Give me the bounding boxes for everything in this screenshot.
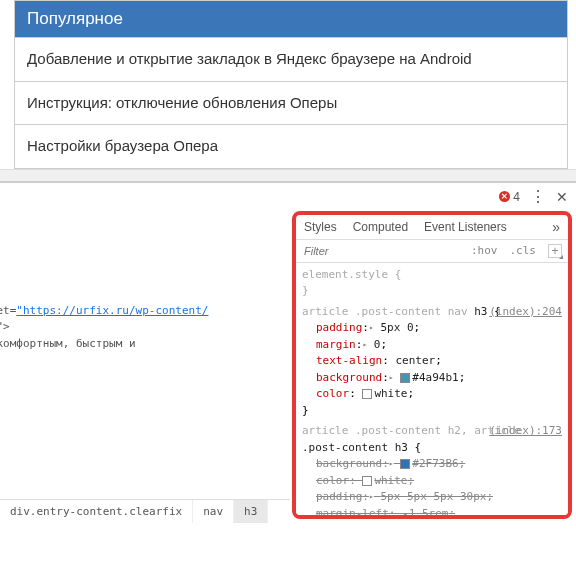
- html-attr: srcset=: [0, 304, 16, 317]
- tab-styles[interactable]: Styles: [304, 220, 337, 234]
- srcset-link[interactable]: "https://urfix.ru/wp-content/: [16, 304, 208, 317]
- html-text: ера комфортным, быстрым и: [0, 337, 136, 350]
- source-link[interactable]: (index):204: [489, 304, 562, 321]
- color-swatch[interactable]: [362, 389, 372, 399]
- error-count[interactable]: ✕ 4: [499, 190, 520, 204]
- cls-toggle[interactable]: .cls: [504, 240, 543, 261]
- hov-toggle[interactable]: :hov: [465, 240, 504, 261]
- css-rule: (index):204 article .post-content nav h3…: [302, 304, 562, 420]
- popular-widget: Популярное Добавление и открытие закладо…: [14, 0, 568, 169]
- css-rule: element.style { }: [302, 267, 562, 300]
- new-rule-button[interactable]: +: [548, 244, 562, 258]
- list-item[interactable]: Настройки браузера Опера: [15, 124, 567, 168]
- color-swatch[interactable]: [400, 459, 410, 469]
- styles-panel-highlight: Styles Computed Event Listeners » :hov .…: [292, 211, 572, 519]
- css-rule: (index):173 article .post-content h2, ar…: [302, 423, 562, 515]
- filter-input[interactable]: [296, 240, 465, 262]
- styles-tabs: Styles Computed Event Listeners »: [296, 215, 568, 240]
- breadcrumb: div.entry-content.clearfix nav h3: [0, 499, 290, 523]
- html-text: 13px">: [0, 320, 10, 333]
- breadcrumb-item[interactable]: div.entry-content.clearfix: [0, 500, 193, 523]
- close-icon[interactable]: ✕: [556, 189, 568, 205]
- devtools-toolbar: ✕ 4 ⋮ ✕: [290, 183, 576, 211]
- more-tabs-icon[interactable]: »: [552, 219, 560, 235]
- color-swatch[interactable]: [362, 476, 372, 486]
- color-swatch[interactable]: [400, 373, 410, 383]
- styles-rules[interactable]: element.style { } (index):204 article .p…: [296, 263, 568, 515]
- menu-icon[interactable]: ⋮: [530, 187, 546, 206]
- page-background: [0, 169, 576, 181]
- error-icon: ✕: [499, 191, 510, 202]
- list-item[interactable]: Добавление и открытие закладок в Яндекс …: [15, 37, 567, 81]
- devtools-panel: srcset="https://urfix.ru/wp-content/ 13p…: [0, 181, 576, 523]
- tab-computed[interactable]: Computed: [353, 220, 408, 234]
- breadcrumb-item[interactable]: nav: [193, 500, 234, 523]
- widget-title: Популярное: [15, 1, 567, 37]
- source-link[interactable]: (index):173: [489, 423, 562, 440]
- filter-row: :hov .cls +: [296, 240, 568, 263]
- tab-listeners[interactable]: Event Listeners: [424, 220, 507, 234]
- elements-pane[interactable]: srcset="https://urfix.ru/wp-content/ 13p…: [0, 183, 290, 523]
- breadcrumb-item[interactable]: h3: [234, 500, 268, 523]
- list-item[interactable]: Инструкция: отключение обновления Оперы: [15, 81, 567, 125]
